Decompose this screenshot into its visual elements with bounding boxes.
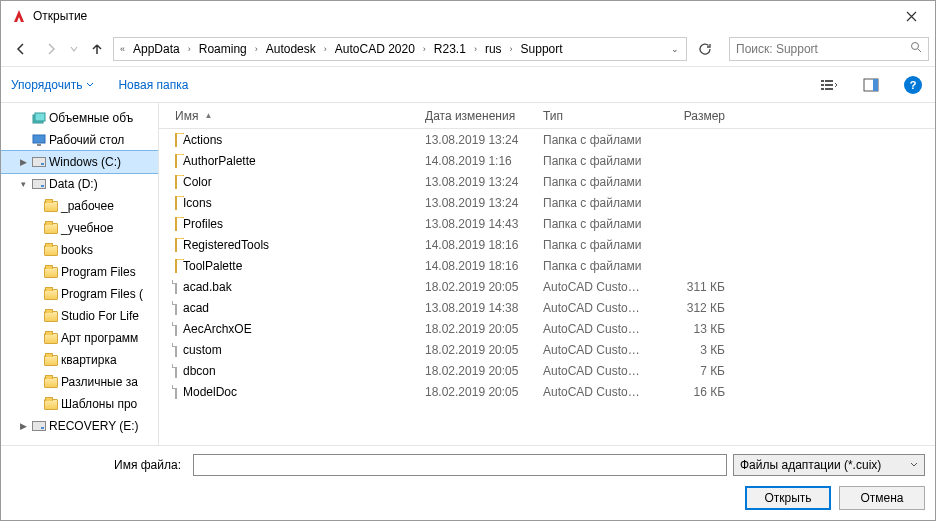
file-row[interactable]: dbcon18.02.2019 20:05AutoCAD Custom...7 … xyxy=(159,360,935,381)
tree-item-label: квартирка xyxy=(61,353,117,367)
up-button[interactable] xyxy=(83,35,111,63)
tree-item[interactable]: Арт программ xyxy=(1,327,158,349)
sort-asc-icon: ▲ xyxy=(204,111,212,120)
file-row[interactable]: acad.bak18.02.2019 20:05AutoCAD Custom..… xyxy=(159,276,935,297)
file-row[interactable]: RegisteredTools14.08.2019 18:16Папка с ф… xyxy=(159,234,935,255)
tree-item[interactable]: квартирка xyxy=(1,349,158,371)
organize-menu[interactable]: Упорядочить xyxy=(11,78,94,92)
tree-item[interactable]: Шаблоны про xyxy=(1,393,158,415)
tree-item[interactable]: Объемные объ xyxy=(1,107,158,129)
back-button[interactable] xyxy=(7,35,35,63)
tree-item-label: Рабочий стол xyxy=(49,133,124,147)
svg-rect-11 xyxy=(33,135,45,143)
col-header-name[interactable]: Имя ▲ xyxy=(159,109,417,123)
folder-icon xyxy=(43,330,59,346)
file-row[interactable]: custom18.02.2019 20:05AutoCAD Custom...3… xyxy=(159,339,935,360)
tree-item[interactable]: Program Files ( xyxy=(1,283,158,305)
file-row[interactable]: ModelDoc18.02.2019 20:05AutoCAD Custom..… xyxy=(159,381,935,402)
file-type: Папка с файлами xyxy=(535,133,653,147)
breadcrumb-seg[interactable]: rus xyxy=(481,42,506,56)
filename-input[interactable] xyxy=(193,454,727,476)
file-type: Папка с файлами xyxy=(535,154,653,168)
file-size: 13 КБ xyxy=(653,322,733,336)
file-type: Папка с файлами xyxy=(535,196,653,210)
breadcrumb-seg[interactable]: R23.1 xyxy=(430,42,470,56)
col-header-size[interactable]: Размер xyxy=(653,109,733,123)
file-date: 18.02.2019 20:05 xyxy=(417,364,535,378)
breadcrumb-seg[interactable]: Autodesk xyxy=(262,42,320,56)
tree-item-label: Арт программ xyxy=(61,331,138,345)
file-date: 13.08.2019 13:24 xyxy=(417,175,535,189)
file-row[interactable]: AecArchxOE18.02.2019 20:05AutoCAD Custom… xyxy=(159,318,935,339)
tree-item[interactable]: Studio For Life xyxy=(1,305,158,327)
file-row[interactable]: AuthorPalette14.08.2019 1:16Папка с файл… xyxy=(159,150,935,171)
folder-icon xyxy=(175,196,177,210)
col-header-type[interactable]: Тип xyxy=(535,109,653,123)
drive-icon xyxy=(31,176,47,192)
help-button[interactable]: ? xyxy=(901,73,925,97)
breadcrumb-seg[interactable]: Support xyxy=(517,42,567,56)
tree-item[interactable]: books xyxy=(1,239,158,261)
drive-icon xyxy=(31,154,47,170)
file-row[interactable]: Color13.08.2019 13:24Папка с файлами xyxy=(159,171,935,192)
tree-item[interactable]: Различные за xyxy=(1,371,158,393)
view-options-button[interactable] xyxy=(817,73,841,97)
file-row[interactable]: Profiles13.08.2019 14:43Папка с файлами xyxy=(159,213,935,234)
breadcrumb-seg[interactable]: AutoCAD 2020 xyxy=(331,42,419,56)
folder-icon xyxy=(43,396,59,412)
breadcrumb-seg[interactable]: AppData xyxy=(129,42,184,56)
folder-icon xyxy=(175,259,177,273)
file-row[interactable]: acad13.08.2019 14:38AutoCAD Custom...312… xyxy=(159,297,935,318)
open-button[interactable]: Открыть xyxy=(745,486,831,510)
expand-toggle[interactable]: ▶ xyxy=(17,157,29,167)
file-type: Папка с файлами xyxy=(535,259,653,273)
breadcrumb-seg[interactable]: Roaming xyxy=(195,42,251,56)
search-input[interactable]: Поиск: Support xyxy=(729,37,929,61)
file-type: AutoCAD Custom... xyxy=(535,280,653,294)
chevron-left-double-icon[interactable]: « xyxy=(116,44,129,54)
file-date: 14.08.2019 18:16 xyxy=(417,238,535,252)
file-name: dbcon xyxy=(183,364,216,378)
file-icon xyxy=(175,343,177,357)
col-header-date[interactable]: Дата изменения xyxy=(417,109,535,123)
close-button[interactable] xyxy=(891,1,931,31)
volumes-icon xyxy=(31,110,47,126)
tree-item[interactable]: ▾Data (D:) xyxy=(1,173,158,195)
history-dropdown[interactable] xyxy=(67,45,81,53)
tree-item[interactable]: ▶Windows (C:) xyxy=(1,151,158,173)
file-row[interactable]: Actions13.08.2019 13:24Папка с файлами xyxy=(159,129,935,150)
forward-button[interactable] xyxy=(37,35,65,63)
file-size: 311 КБ xyxy=(653,280,733,294)
tree-item-label: Шаблоны про xyxy=(61,397,137,411)
preview-pane-button[interactable] xyxy=(859,73,883,97)
tree-item[interactable]: _рабочее xyxy=(1,195,158,217)
tree-item[interactable]: ▶RECOVERY (E:) xyxy=(1,415,158,437)
tree-item[interactable]: Program Files xyxy=(1,261,158,283)
tree-item[interactable]: Рабочий стол xyxy=(1,129,158,151)
toolbar: Упорядочить Новая папка ? xyxy=(1,67,935,103)
svg-rect-10 xyxy=(35,113,45,121)
cancel-button[interactable]: Отмена xyxy=(839,486,925,510)
file-icon xyxy=(175,280,177,294)
drive-icon xyxy=(31,418,47,434)
folder-tree[interactable]: Объемные объРабочий стол▶Windows (C:)▾Da… xyxy=(1,103,159,445)
new-folder-button[interactable]: Новая папка xyxy=(118,78,188,92)
svg-rect-5 xyxy=(821,88,824,90)
file-date: 13.08.2019 13:24 xyxy=(417,133,535,147)
tree-item-label: _учебное xyxy=(61,221,113,235)
chevron-down-icon[interactable]: ⌄ xyxy=(666,44,684,54)
file-size: 16 КБ xyxy=(653,385,733,399)
file-row[interactable]: ToolPalette14.08.2019 18:16Папка с файла… xyxy=(159,255,935,276)
file-row[interactable]: Icons13.08.2019 13:24Папка с файлами xyxy=(159,192,935,213)
tree-item-label: Различные за xyxy=(61,375,138,389)
breadcrumb[interactable]: « AppData› Roaming› Autodesk› AutoCAD 20… xyxy=(113,37,687,61)
refresh-button[interactable] xyxy=(693,37,717,61)
folder-icon xyxy=(43,286,59,302)
filetype-filter[interactable]: Файлы адаптации (*.cuix) xyxy=(733,454,925,476)
expand-toggle[interactable]: ▾ xyxy=(17,179,29,189)
desktop-icon xyxy=(31,132,47,148)
file-type: AutoCAD Custom... xyxy=(535,385,653,399)
tree-item[interactable]: _учебное xyxy=(1,217,158,239)
expand-toggle[interactable]: ▶ xyxy=(17,421,29,431)
folder-icon xyxy=(175,154,177,168)
